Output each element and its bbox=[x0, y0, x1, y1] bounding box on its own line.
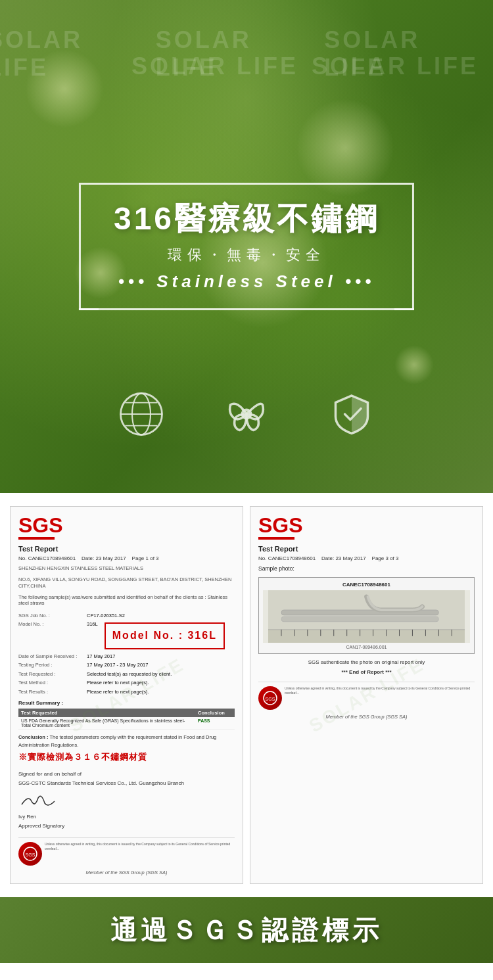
testing-period-row: Testing Period : 17 May 2017 - 23 May 20… bbox=[18, 661, 235, 670]
report-page: 1 of 3 bbox=[146, 555, 159, 561]
svg-rect-30 bbox=[281, 617, 438, 622]
conclusion-box: Conclusion : The tested parameters compl… bbox=[18, 734, 235, 749]
signatory-name: Ivy Ren bbox=[18, 812, 235, 822]
report-date: 23 May 2017 bbox=[95, 555, 126, 561]
svg-line-7 bbox=[242, 409, 243, 411]
sgs-auth-text: SGS authenticate the photo on original r… bbox=[258, 659, 475, 665]
report-table: Test Requested Conclusion US FDA General… bbox=[18, 709, 235, 730]
signature-line bbox=[18, 791, 58, 811]
watermark-row-2: SOLAR LIFE SOLAR LIFE bbox=[131, 53, 493, 80]
date-received-label: Date of Sample Received : bbox=[18, 652, 84, 661]
model-no-value: 316L bbox=[87, 620, 98, 652]
sub-title: 環保・無毒・安全 bbox=[114, 245, 379, 265]
left-report-meta: No. CANEC1708948601 Date: 23 May 2017 Pa… bbox=[18, 555, 235, 561]
test-results-row: Test Results : Please refer to next page… bbox=[18, 688, 235, 697]
right-report-no: CANEC1708948601 bbox=[268, 555, 316, 561]
icons-row bbox=[0, 388, 493, 440]
end-report-text: *** End of Report *** bbox=[258, 669, 475, 675]
right-report-meta: No. CANEC1708948601 Date: 23 May 2017 Pa… bbox=[258, 555, 475, 561]
bio-hazard-icon bbox=[220, 388, 273, 440]
test-req-value: Selected test(s) as requested by client. bbox=[87, 670, 172, 679]
straw-image bbox=[263, 590, 470, 643]
sgs-left-footer: SGS Unless otherwise agreed in writing, … bbox=[18, 837, 235, 866]
date-received-row: Date of Sample Received : 17 May 2017 bbox=[18, 652, 235, 661]
report-date-label: Date: bbox=[82, 555, 94, 561]
test-results-value: Please refer to next page(s). bbox=[87, 688, 149, 697]
model-no-row: Model No. : 316L Model No. : 316L bbox=[18, 620, 235, 652]
badge-circle-2: SGS bbox=[258, 686, 282, 710]
sgs-section: SOLAR LIFE S GS Test Report No. CANEC170… bbox=[0, 493, 493, 897]
date-received-value: 17 May 2017 bbox=[87, 652, 115, 661]
svg-line-8 bbox=[250, 409, 251, 411]
sgs-logo-underline bbox=[18, 537, 55, 540]
table-row1-test: US FDA Generally Recognized As Safe (GRA… bbox=[18, 717, 195, 730]
right-date: 23 May 2017 bbox=[335, 555, 365, 561]
table-col1: Test Requested bbox=[18, 709, 195, 717]
hero-section: SOLAR LIFE SOLAR LIFE SOLAR LIFE SOLAR L… bbox=[0, 0, 493, 493]
sig-for: Signed for and on behalf of bbox=[18, 770, 235, 779]
left-footer-text: Unless otherwise agreed in writing, this… bbox=[45, 842, 235, 851]
right-date-label: Date: bbox=[321, 555, 335, 561]
report-no: CANEC1708948601 bbox=[28, 555, 76, 561]
sample-photo-label: Sample photo: bbox=[258, 565, 475, 572]
bottom-banner-text: 通過ＳＧＳ認證標示 bbox=[110, 912, 383, 948]
cn-annotation: ※實際檢測為３１６不鏽鋼材質 bbox=[18, 751, 235, 763]
sgs-logo-gs: GS bbox=[32, 515, 62, 536]
testing-period-value: 17 May 2017 - 23 May 2017 bbox=[87, 661, 148, 670]
table-col2: Conclusion bbox=[195, 709, 235, 717]
model-no-label: Model No. : bbox=[18, 620, 84, 652]
stainless-label: ••• Stainless Steel ••• bbox=[114, 271, 379, 292]
hero-border-box: 316醫療級不鏽鋼 環保・無毒・安全 ••• Stainless Steel •… bbox=[79, 183, 414, 310]
model-highlight-box: Model No. : 316L bbox=[105, 622, 225, 649]
right-footer-text: Unless otherwise agreed in writing, this… bbox=[285, 686, 475, 695]
svg-rect-13 bbox=[268, 630, 465, 643]
company-addr: NO.6, XIFANG VILLA, SONGYU ROAD, SONGGAN… bbox=[18, 576, 235, 590]
job-no-label: SGS Job No. : bbox=[18, 611, 84, 620]
test-req-row: Test Requested : Selected test(s) as req… bbox=[18, 670, 235, 679]
left-member-text: Member of the SGS Group (SGS SA) bbox=[18, 870, 235, 875]
svg-text:SGS: SGS bbox=[266, 697, 275, 701]
report-no-label: No. bbox=[18, 555, 26, 561]
sgs-right-logo-gs: GS bbox=[272, 515, 302, 536]
right-member-text: Member of the SGS Group (SGS SA) bbox=[258, 714, 475, 720]
model-highlight-value: 316L bbox=[187, 630, 216, 641]
testing-period-label: Testing Period : bbox=[18, 661, 84, 670]
sgs-right-footer: SGS Unless otherwise agreed in writing, … bbox=[258, 682, 475, 710]
sgs-left-panel: SOLAR LIFE S GS Test Report No. CANEC170… bbox=[10, 506, 243, 884]
earth-icon bbox=[115, 388, 168, 440]
model-highlight-label: Model No. : bbox=[112, 630, 183, 641]
table-row: US FDA Generally Recognized As Safe (GRA… bbox=[18, 717, 235, 730]
conclusion-label: Conclusion : bbox=[18, 734, 48, 740]
sgs-right-panel: SOLAR LIFE S GS Test Report No. CANEC170… bbox=[250, 506, 483, 884]
svg-text:SGS: SGS bbox=[26, 852, 35, 857]
sgs-left-logo: S GS bbox=[18, 515, 235, 540]
sgs-right-logo: S GS bbox=[258, 515, 475, 540]
test-method-value: Please refer to next page(s). bbox=[87, 678, 149, 688]
sample-desc: The following sample(s) was/were submitt… bbox=[18, 594, 235, 606]
bottom-banner: 通過ＳＧＳ認證標示 bbox=[0, 897, 493, 963]
sgs-right-logo-s: S bbox=[258, 515, 272, 536]
shield-icon bbox=[325, 388, 378, 440]
job-no-value: CP17-026351-S2 bbox=[87, 611, 125, 620]
sgs-logo-s: S bbox=[18, 515, 32, 536]
signatory-title: Approved Signatory bbox=[18, 822, 235, 831]
result-summary-label: Result Summary : bbox=[18, 700, 235, 706]
conclusion-text: The tested parameters comply with the re… bbox=[18, 734, 216, 747]
sgs-right-logo-underline bbox=[258, 537, 294, 540]
test-method-row: Test Method : Please refer to next page(… bbox=[18, 678, 235, 688]
left-report-title: Test Report bbox=[18, 545, 235, 553]
sample-photo-box: CANEC1708948601 bbox=[258, 577, 475, 654]
company-name: SHENZHEN HENGXIN STAINLESS STEEL MATERIA… bbox=[18, 565, 235, 572]
photo-id: CANEC1708948601 bbox=[263, 582, 470, 588]
sig-org: SGS-CSTC Standards Technical Services Co… bbox=[18, 779, 235, 788]
hero-content: 316醫療級不鏽鋼 環保・無毒・安全 ••• Stainless Steel •… bbox=[79, 183, 414, 310]
bokeh-4 bbox=[394, 345, 434, 385]
job-no-row: SGS Job No. : CP17-026351-S2 bbox=[18, 611, 235, 620]
test-results-label: Test Results : bbox=[18, 688, 84, 697]
right-page: Page 3 of 3 bbox=[372, 555, 399, 561]
main-title: 316醫療級不鏽鋼 bbox=[114, 198, 379, 240]
badge-circle-1: SGS bbox=[18, 842, 42, 866]
photo-caption: CAN17-089486.001 bbox=[263, 645, 470, 649]
test-method-label: Test Method : bbox=[18, 678, 84, 688]
right-report-title: Test Report bbox=[258, 545, 475, 553]
